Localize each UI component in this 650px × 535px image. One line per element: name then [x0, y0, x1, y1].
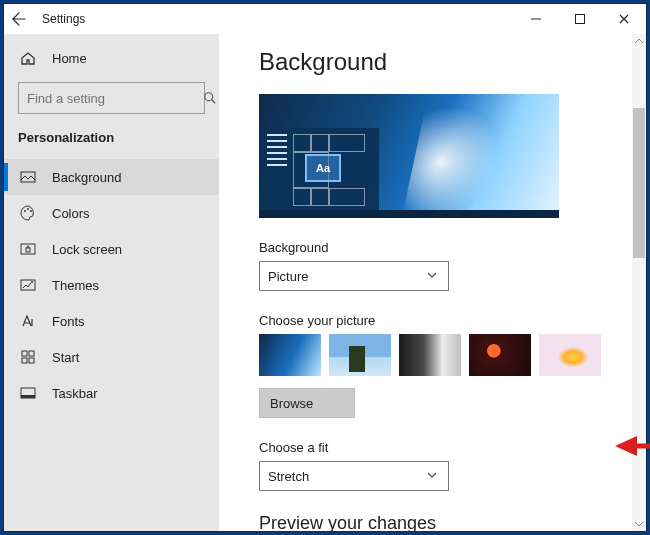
sidebar-list: Background Colors Lock screen [4, 159, 219, 411]
sidebar: Home Personalization Background [4, 34, 219, 531]
picture-icon [18, 169, 38, 185]
choose-picture-label: Choose your picture [259, 313, 610, 328]
sidebar-home-label: Home [52, 51, 87, 66]
svg-rect-10 [21, 280, 35, 290]
minimize-icon [530, 13, 542, 25]
title-bar: Settings [4, 4, 646, 34]
lock-screen-icon [18, 241, 38, 257]
svg-point-6 [27, 208, 29, 210]
choose-fit-label: Choose a fit [259, 440, 610, 455]
svg-point-11 [31, 281, 33, 283]
fit-value: Stretch [268, 469, 309, 484]
chevron-down-icon [426, 269, 438, 284]
browse-button[interactable]: Browse [259, 388, 355, 418]
scrollbar-thumb[interactable] [633, 108, 645, 258]
background-label: Background [259, 240, 610, 255]
svg-point-7 [30, 210, 32, 212]
themes-icon [18, 277, 38, 293]
svg-point-2 [205, 93, 213, 101]
svg-rect-12 [22, 351, 27, 356]
colors-icon [18, 205, 38, 221]
background-value: Picture [268, 269, 308, 284]
background-dropdown[interactable]: Picture [259, 261, 449, 291]
fonts-icon [18, 313, 38, 329]
sidebar-item-label: Colors [52, 206, 90, 221]
sidebar-category: Personalization [4, 128, 219, 159]
start-icon [18, 349, 38, 365]
sidebar-item-lockscreen[interactable]: Lock screen [4, 231, 219, 267]
sidebar-item-taskbar[interactable]: Taskbar [4, 375, 219, 411]
arrow-left-icon [12, 12, 26, 26]
maximize-button[interactable] [558, 4, 602, 34]
sidebar-item-themes[interactable]: Themes [4, 267, 219, 303]
svg-rect-9 [26, 248, 30, 252]
preview-changes-heading: Preview your changes [259, 513, 610, 531]
svg-rect-13 [29, 351, 34, 356]
search-field[interactable] [18, 82, 205, 114]
sidebar-item-start[interactable]: Start [4, 339, 219, 375]
sidebar-item-label: Fonts [52, 314, 85, 329]
scroll-up-icon[interactable] [632, 34, 646, 48]
svg-rect-15 [29, 358, 34, 363]
sidebar-item-background[interactable]: Background [4, 159, 219, 195]
sidebar-item-label: Background [52, 170, 121, 185]
settings-window: Settings Home Person [4, 4, 646, 531]
minimize-button[interactable] [514, 4, 558, 34]
svg-rect-1 [576, 15, 585, 24]
sidebar-item-home[interactable]: Home [4, 40, 219, 76]
scrollbar[interactable] [632, 34, 646, 531]
sidebar-item-colors[interactable]: Colors [4, 195, 219, 231]
content-area: Background A [219, 34, 646, 531]
maximize-icon [574, 13, 586, 25]
svg-rect-14 [22, 358, 27, 363]
preview-font-sample: Aa [305, 154, 341, 182]
sidebar-item-label: Start [52, 350, 79, 365]
svg-rect-4 [21, 172, 35, 182]
back-button[interactable] [4, 4, 34, 34]
picture-thumb[interactable] [539, 334, 601, 376]
taskbar-icon [18, 385, 38, 401]
picture-thumb[interactable] [469, 334, 531, 376]
close-button[interactable] [602, 4, 646, 34]
sidebar-item-fonts[interactable]: Fonts [4, 303, 219, 339]
picture-thumbnails [259, 334, 610, 376]
picture-thumb[interactable] [399, 334, 461, 376]
home-icon [18, 50, 38, 66]
svg-point-5 [24, 210, 26, 212]
sidebar-item-label: Taskbar [52, 386, 98, 401]
sidebar-item-label: Lock screen [52, 242, 122, 257]
close-icon [618, 13, 630, 25]
page-title: Background [259, 48, 610, 76]
svg-line-3 [212, 100, 216, 104]
desktop-preview: Aa [259, 94, 559, 218]
svg-rect-17 [21, 395, 35, 398]
window-title: Settings [42, 12, 85, 26]
search-input[interactable] [19, 91, 203, 106]
picture-thumb[interactable] [259, 334, 321, 376]
scroll-down-icon[interactable] [632, 517, 646, 531]
browse-label: Browse [270, 396, 313, 411]
fit-dropdown[interactable]: Stretch [259, 461, 449, 491]
search-icon [203, 91, 217, 105]
picture-thumb[interactable] [329, 334, 391, 376]
sidebar-item-label: Themes [52, 278, 99, 293]
chevron-down-icon [426, 469, 438, 484]
